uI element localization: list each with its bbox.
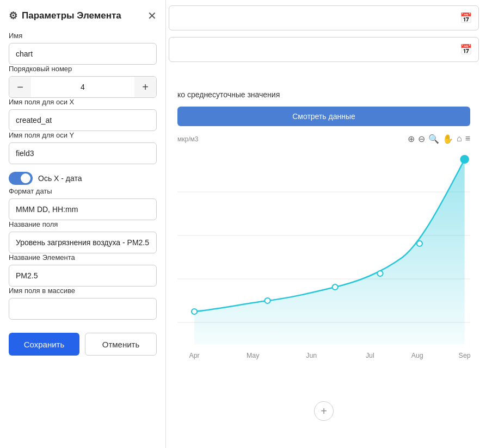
zoom-out-icon[interactable]: ⊖ [418,134,425,144]
svg-point-5 [264,298,270,303]
svg-text:Aug: Aug [411,352,423,359]
name-input[interactable] [9,43,157,65]
toggle-row: Ось X - дата [9,172,157,185]
chart-unit: мкр/м3 [177,135,198,143]
svg-point-9 [460,155,468,163]
home-icon[interactable]: ⌂ [457,134,462,144]
stepper-minus-button[interactable]: − [9,76,31,98]
field-name-group: Название поля [9,220,157,253]
cancel-button[interactable]: Отменить [85,333,157,356]
sidebar-panel: ⚙ Параметры Элемента ✕ Имя Порядковый но… [0,0,166,448]
svg-text:Jun: Jun [306,352,317,359]
date-input-1[interactable]: 📅 [169,5,479,30]
top-inputs: 📅 📅 [169,5,479,69]
svg-text:May: May [247,352,260,359]
chart-icons: ⊕ ⊖ 🔍 ✋ ⌂ ≡ [408,134,470,144]
view-data-button[interactable]: Смотреть данные [177,107,470,126]
pan-icon[interactable]: ✋ [442,134,453,144]
x-axis-field-group: Имя поля для оси X [9,98,157,131]
array-field-group: Имя поля в массиве [9,287,157,320]
gear-icon: ⚙ [9,10,17,22]
chart-area: Apr May Jun Jul Aug Sep [177,148,470,377]
name-label: Имя [9,32,157,40]
add-icon: + [321,405,327,418]
panel-title-text: Параметры Элемента [22,10,121,21]
date-format-label: Формат даты [9,187,157,195]
panel-header: ⚙ Параметры Элемента ✕ [9,10,157,22]
svg-point-4 [192,309,197,314]
save-button[interactable]: Сохранить [9,333,79,356]
date-format-input[interactable] [9,198,157,220]
panel-title: ⚙ Параметры Элемента [9,10,121,22]
element-name-group: Название Элемента [9,253,157,287]
date-input-2[interactable]: 📅 [169,37,479,62]
calendar-icon-1: 📅 [460,12,472,24]
svg-text:Apr: Apr [189,352,199,359]
y-axis-label: Имя поля для оси Y [9,131,157,139]
zoom-in-icon[interactable]: ⊕ [408,134,415,144]
chart-container: ко среднесуточные значения Смотреть данн… [169,82,479,430]
svg-point-7 [377,271,383,276]
menu-icon[interactable]: ≡ [465,134,470,144]
svg-text:Jul: Jul [366,352,374,359]
x-axis-input[interactable] [9,109,157,131]
calendar-icon-2: 📅 [460,43,472,55]
add-element-button[interactable]: + [314,401,334,421]
x-date-toggle[interactable] [9,172,33,185]
toggle-label: Ось X - дата [38,174,82,183]
svg-text:Sep: Sep [459,352,470,359]
order-label: Порядковый номер [9,65,157,73]
close-button[interactable]: ✕ [147,10,157,21]
y-axis-field-group: Имя поля для оси Y [9,131,157,164]
stepper-plus-button[interactable]: + [134,76,156,98]
field-name-input[interactable] [9,232,157,253]
svg-point-8 [417,241,422,246]
order-value-input[interactable] [31,83,134,91]
search-icon[interactable]: 🔍 [428,134,439,144]
order-field-group: Порядковый номер − + [9,65,157,98]
field-name-label: Название поля [9,220,157,228]
element-name-label: Название Элемента [9,253,157,262]
order-stepper: − + [9,76,157,98]
x-axis-label: Имя поля для оси X [9,98,157,106]
y-axis-input[interactable] [9,142,157,164]
name-field-group: Имя [9,32,157,65]
date-format-field-group: Формат даты [9,187,157,220]
chart-title: ко среднесуточные значения [177,90,470,99]
bottom-buttons: Сохранить Отменить [9,331,157,356]
toggle-slider [9,172,33,185]
array-field-label: Имя поля в массиве [9,287,157,295]
chart-toolbar: мкр/м3 ⊕ ⊖ 🔍 ✋ ⌂ ≡ [177,134,470,144]
element-name-input[interactable] [9,265,157,287]
array-field-input[interactable] [9,298,157,320]
svg-point-6 [333,284,338,290]
